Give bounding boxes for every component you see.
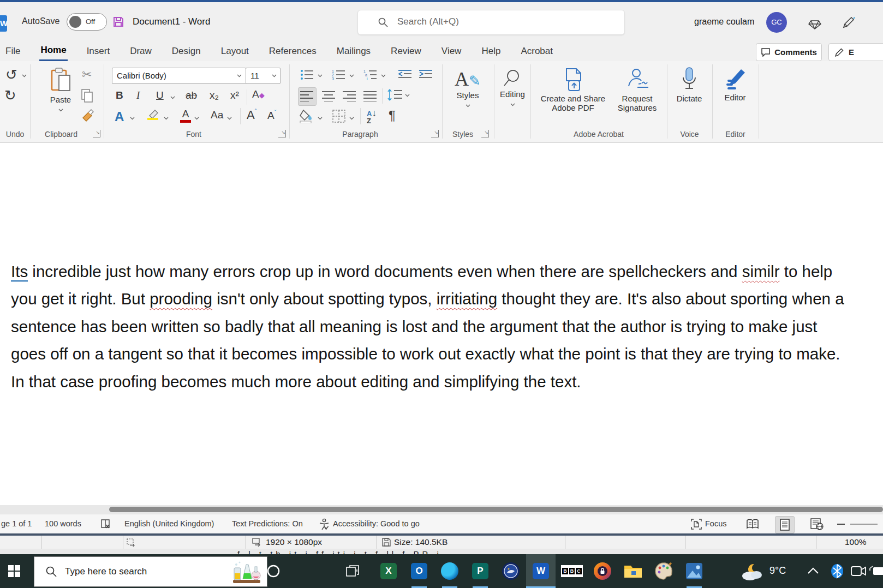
tab-mailings[interactable]: Mailings xyxy=(336,42,372,61)
chevron-down-icon[interactable] xyxy=(349,74,354,77)
web-layout-button[interactable] xyxy=(808,516,826,532)
chevron-down-icon[interactable] xyxy=(22,74,27,77)
editing-mode-button[interactable]: E xyxy=(828,43,883,61)
tab-layout[interactable]: Layout xyxy=(220,42,250,61)
cortana-button[interactable] xyxy=(256,554,290,588)
increase-indent-icon[interactable] xyxy=(418,69,433,80)
autosave-toggle[interactable]: Off xyxy=(67,13,107,31)
scrollbar-thumb[interactable] xyxy=(109,507,883,512)
tray-chevron-up-icon[interactable] xyxy=(807,566,820,575)
font-color-button[interactable]: A xyxy=(180,108,191,123)
highlight-button[interactable] xyxy=(146,109,159,122)
taskbar-edge-icon[interactable] xyxy=(435,554,464,588)
page-indicator[interactable]: ge 1 of 1 xyxy=(1,519,32,528)
pilcrow-button[interactable]: ¶ xyxy=(389,108,396,123)
repeat-button[interactable]: ↻ xyxy=(4,87,16,104)
bluetooth-icon[interactable] xyxy=(830,563,845,579)
editing-button[interactable]: Editing xyxy=(496,69,529,109)
accessibility-status[interactable]: Accessibility: Good to go xyxy=(333,519,420,528)
save-icon[interactable] xyxy=(112,15,125,28)
strikethrough-button[interactable]: ab xyxy=(186,89,197,101)
clipboard-dialog-launcher[interactable]: ↘ xyxy=(93,130,100,137)
pen-icon[interactable] xyxy=(840,15,856,31)
taskbar-file-explorer-icon[interactable] xyxy=(619,554,647,588)
premium-diamond-icon[interactable] xyxy=(808,16,822,31)
taskbar-photos-icon[interactable] xyxy=(680,554,708,588)
bullets-icon[interactable] xyxy=(300,69,314,81)
numbering-icon[interactable]: 123 xyxy=(332,69,346,81)
taskbar-privacy-browser-icon[interactable] xyxy=(588,554,617,588)
tab-file[interactable]: File xyxy=(4,42,21,61)
font-dialog-launcher[interactable]: ↘ xyxy=(278,130,286,137)
read-mode-button[interactable] xyxy=(743,516,762,532)
dictate-button[interactable]: Dictate xyxy=(672,67,706,103)
tab-insert[interactable]: Insert xyxy=(86,42,111,61)
horizontal-scrollbar[interactable] xyxy=(0,505,883,514)
taskbar-publisher-icon[interactable]: P xyxy=(466,554,494,588)
create-pdf-button[interactable]: Create and Share Adobe PDF xyxy=(538,68,608,112)
temperature[interactable]: 9°C xyxy=(769,565,786,577)
font-name-combo[interactable]: Calibri (Body) xyxy=(112,68,246,84)
align-center-button[interactable] xyxy=(322,91,335,101)
tab-home[interactable]: Home xyxy=(39,41,67,61)
font-size-combo[interactable]: 11 xyxy=(246,68,281,84)
bold-button[interactable]: B xyxy=(116,89,123,101)
line-spacing-button[interactable] xyxy=(387,88,403,101)
tab-review[interactable]: Review xyxy=(390,42,422,61)
styles-dialog-launcher[interactable]: ↘ xyxy=(481,130,489,137)
change-case-button[interactable]: Aa xyxy=(211,109,223,121)
chevron-down-icon[interactable] xyxy=(318,117,323,120)
taskbar-bbc-icon[interactable]: B B C xyxy=(558,554,586,588)
avatar[interactable]: GC xyxy=(766,12,787,33)
start-button[interactable] xyxy=(0,554,28,588)
camera-icon[interactable] xyxy=(850,564,867,578)
superscript-button[interactable]: x² xyxy=(230,89,239,101)
undo-button[interactable]: ↺ xyxy=(5,67,17,83)
cut-icon[interactable]: ✂ xyxy=(82,68,92,82)
taskbar-search-box[interactable]: Type here to search xyxy=(34,556,267,587)
tab-design[interactable]: Design xyxy=(171,42,202,61)
chevron-down-icon[interactable] xyxy=(194,117,199,120)
tab-view[interactable]: View xyxy=(440,42,463,61)
align-right-button[interactable] xyxy=(343,91,356,101)
zoom-out-button[interactable] xyxy=(837,524,845,525)
chevron-down-icon[interactable] xyxy=(130,117,135,120)
word-count[interactable]: 100 words xyxy=(45,519,81,528)
align-left-button[interactable] xyxy=(298,87,317,106)
multilevel-list-icon[interactable]: 1ai xyxy=(363,69,378,81)
chevron-down-icon[interactable] xyxy=(318,74,323,77)
chevron-down-icon[interactable] xyxy=(227,117,232,120)
taskbar-outlook-icon[interactable]: O xyxy=(405,554,433,588)
search-box[interactable]: Search (Alt+Q) xyxy=(357,10,625,35)
paste-button[interactable]: Paste xyxy=(43,68,79,114)
taskbar-paint-icon[interactable] xyxy=(649,554,678,588)
borders-button[interactable] xyxy=(332,109,346,123)
paragraph-dialog-launcher[interactable]: ↘ xyxy=(431,130,439,137)
justify-button[interactable] xyxy=(363,91,377,101)
italic-button[interactable]: I xyxy=(136,89,140,101)
language-indicator[interactable]: English (United Kingdom) xyxy=(124,519,214,528)
chevron-down-icon[interactable] xyxy=(405,94,410,97)
battery-icon[interactable] xyxy=(869,565,883,577)
taskbar-excel-icon[interactable]: X xyxy=(374,554,403,588)
accessibility-icon[interactable] xyxy=(319,518,330,530)
copy-icon[interactable] xyxy=(81,88,94,103)
sort-button[interactable]: A↓ Z xyxy=(367,108,377,125)
format-painter-icon[interactable] xyxy=(81,108,95,122)
shrink-font-button[interactable]: Aˇ xyxy=(267,109,276,122)
focus-toggle[interactable]: Focus xyxy=(705,519,727,528)
chevron-down-icon[interactable] xyxy=(381,74,386,77)
chevron-down-icon[interactable] xyxy=(170,96,175,99)
document-canvas[interactable]: Its incredible just how many errors crop… xyxy=(0,143,883,504)
request-signatures-button[interactable]: Request Signatures xyxy=(611,68,663,112)
text-predictions-indicator[interactable]: Text Predictions: On xyxy=(232,519,303,528)
styles-button[interactable]: A✎ Styles xyxy=(446,68,489,110)
proofing-errors-icon[interactable] xyxy=(100,519,111,530)
task-view-button[interactable] xyxy=(338,554,367,588)
chevron-down-icon[interactable] xyxy=(164,117,169,120)
shading-button[interactable] xyxy=(299,109,314,123)
document-paragraph[interactable]: Its incredible just how many errors crop… xyxy=(11,258,855,396)
clear-formatting-button[interactable]: A◆ xyxy=(252,88,265,100)
print-layout-button[interactable] xyxy=(775,516,795,533)
taskbar-word-icon-active[interactable]: W xyxy=(526,554,556,588)
